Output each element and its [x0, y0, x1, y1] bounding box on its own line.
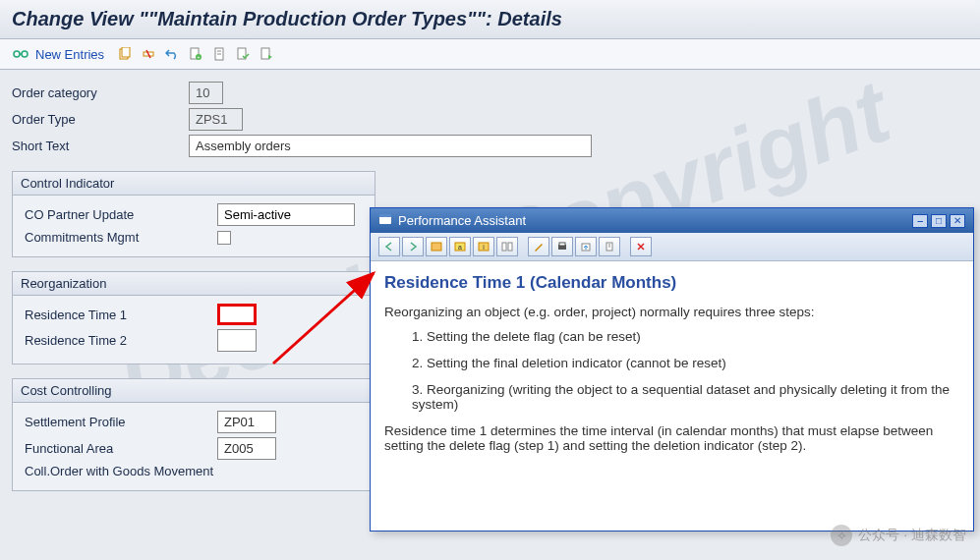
co-partner-dropdown[interactable]: Semi-active: [217, 203, 355, 226]
export-icon[interactable]: [575, 237, 597, 256]
app-toolbar: New Entries +: [0, 39, 980, 70]
co-partner-label: CO Partner Update: [21, 207, 217, 222]
svg-rect-26: [508, 243, 512, 251]
wechat-icon: ✧: [831, 525, 852, 546]
clipboard-icon[interactable]: [599, 237, 620, 256]
minimize-button[interactable]: ‒: [912, 214, 928, 228]
res1-label: Residence Time 1: [21, 308, 217, 322]
field-order-type: Order Type: [12, 108, 375, 131]
popup-titlebar: Performance Assistant ‒ □ ✕: [371, 208, 973, 233]
svg-rect-14: [261, 48, 269, 59]
settlement-label: Settlement Profile: [21, 415, 217, 429]
book-icon[interactable]: [426, 237, 447, 256]
techinfo-icon[interactable]: i: [473, 237, 494, 256]
residence-time-2-input[interactable]: [217, 329, 257, 352]
svg-text:+: +: [198, 54, 201, 60]
doc-icon[interactable]: [210, 45, 228, 63]
glossary-icon[interactable]: a: [449, 237, 471, 256]
svg-marker-15: [268, 55, 272, 59]
field-short-text: Short Text: [12, 135, 602, 157]
res2-label: Residence Time 2: [21, 333, 217, 348]
commitments-checkbox[interactable]: [217, 231, 231, 245]
popup-content: Residence Time 1 (Calendar Months) Reorg…: [371, 261, 973, 529]
short-text-label: Short Text: [12, 139, 189, 153]
forward-icon[interactable]: [402, 237, 424, 256]
performance-assistant-popup: Performance Assistant ‒ □ ✕ a i Residenc…: [370, 207, 974, 532]
svg-rect-20: [432, 243, 441, 251]
popup-heading: Residence Time 1 (Calendar Months): [384, 273, 959, 293]
order-category-input[interactable]: [189, 82, 223, 104]
popup-app-icon: [378, 213, 392, 228]
group-header-reorg: Reorganization: [13, 272, 375, 296]
short-text-input[interactable]: [189, 135, 592, 157]
svg-text:a: a: [458, 244, 462, 251]
close-button[interactable]: ✕: [950, 214, 965, 228]
popup-toolbar: a i: [371, 233, 973, 261]
commitments-label: Commitments Mgmt: [21, 230, 217, 245]
svg-rect-4: [122, 47, 130, 57]
popup-title: Performance Assistant: [398, 213, 526, 228]
svg-rect-25: [502, 243, 506, 251]
svg-rect-19: [379, 214, 391, 217]
wechat-watermark: ✧ 公众号 · 迪森数智: [831, 525, 966, 546]
group-control-indicator: Control Indicator CO Partner Update Semi…: [12, 171, 375, 257]
group-reorganization: Reorganization Residence Time 1 Residenc…: [12, 271, 375, 364]
delete-row-icon[interactable]: [140, 45, 157, 63]
popup-step2: 2. Setting the final deletion indicator …: [412, 356, 959, 370]
close-help-icon[interactable]: [630, 237, 652, 256]
functional-input[interactable]: [217, 437, 276, 460]
edit-icon[interactable]: [528, 237, 549, 256]
svg-rect-28: [559, 243, 565, 246]
popup-intro: Reorganizing an object (e.g. order, proj…: [384, 305, 959, 319]
wechat-text: 公众号 · 迪森数智: [858, 527, 966, 544]
group-header-cost: Cost Controlling: [13, 379, 375, 403]
svg-point-1: [22, 51, 28, 57]
order-type-input[interactable]: [189, 108, 243, 131]
settlement-input[interactable]: [217, 411, 276, 433]
svg-point-0: [14, 51, 20, 57]
doc-play-icon[interactable]: [258, 45, 275, 63]
maximize-button[interactable]: □: [931, 214, 947, 228]
page-title: Change View ""Maintain Production Order …: [0, 0, 980, 39]
popup-step3: 3. Reorganizing (writing the object to a…: [412, 382, 959, 412]
group-cost-controlling: Cost Controlling Settlement Profile Func…: [12, 378, 375, 491]
order-type-label: Order Type: [12, 112, 189, 127]
new-entries-link[interactable]: New Entries: [35, 47, 104, 62]
popup-footer: Residence time 1 determines the time int…: [384, 423, 959, 453]
group-header-control: Control Indicator: [13, 172, 375, 196]
find-icon[interactable]: [496, 237, 518, 256]
coll-order-label: Coll.Order with Goods Movement: [21, 464, 213, 478]
field-order-category: Order category: [12, 82, 375, 104]
print-icon[interactable]: [551, 237, 573, 256]
undo-icon[interactable]: [163, 45, 181, 63]
popup-step1: 1. Setting the delete flag (can be reset…: [412, 329, 959, 344]
functional-label: Functional Area: [21, 441, 217, 456]
copy-icon[interactable]: [116, 45, 134, 63]
residence-time-1-input[interactable]: [217, 304, 257, 325]
back-icon[interactable]: [378, 237, 400, 256]
add-doc-icon[interactable]: +: [187, 45, 204, 63]
doc-check-icon[interactable]: [234, 45, 252, 63]
order-category-label: Order category: [12, 85, 189, 100]
glasses-icon[interactable]: [12, 45, 29, 63]
